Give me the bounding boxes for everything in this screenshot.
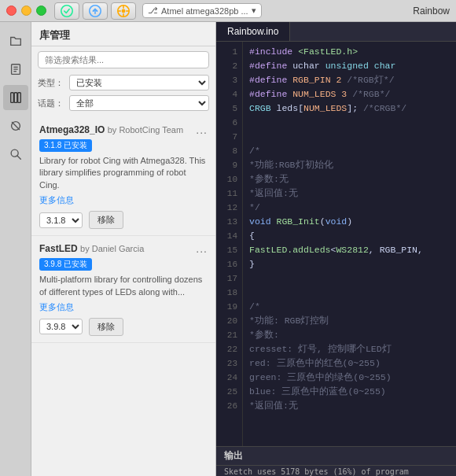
code-line	[249, 286, 450, 300]
code-line: *功能: RGB灯控制	[249, 314, 450, 328]
window-title: Rainbow	[413, 6, 450, 17]
more-info-link[interactable]: 更多信息	[39, 301, 208, 313]
more-options-button[interactable]: ...	[196, 124, 208, 136]
code-line: #define NUM_LEDS 3 /*RGB*/	[249, 87, 450, 101]
port-label: Atmel atmega328pb ...	[161, 6, 248, 16]
minimize-button[interactable]	[21, 6, 31, 16]
main-layout: 库管理 类型： 已安装 话题： 全部 Atmega328_IO by Robot…	[0, 22, 456, 476]
line-number: 6	[216, 116, 242, 130]
lib-description: Library for robot Cing with Atmega328. T…	[39, 155, 208, 191]
more-info-link[interactable]: 更多信息	[39, 194, 208, 206]
library-item: FastLED by Daniel Garcia ... 3.9.8 已安装 M…	[31, 236, 215, 343]
library-nav-icon[interactable]	[3, 85, 28, 110]
code-line: #define RGB_PIN 2 /*RGB灯*/	[249, 73, 450, 87]
line-number: 17	[216, 271, 242, 286]
edit-nav-icon[interactable]	[3, 57, 28, 82]
svg-rect-14	[14, 93, 17, 103]
output-text: Sketch uses 5178 bytes (16%) of program	[216, 466, 456, 476]
line-number: 15	[216, 243, 242, 257]
toolbar-buttons	[54, 2, 136, 20]
library-panel: 库管理 类型： 已安装 话题： 全部 Atmega328_IO by Robot…	[31, 22, 216, 476]
code-line: CRGB leds[NUM_LEDS]; /*CRGB*/	[249, 101, 450, 116]
maximize-button[interactable]	[36, 6, 46, 16]
code-line: #define uchar unsigned char	[249, 59, 450, 73]
titlebar: ⎇ Atmel atmega328pb ... ▾ Rainbow	[0, 0, 456, 22]
search-nav-icon[interactable]	[3, 142, 28, 167]
code-line: {	[249, 229, 450, 243]
lib-author: by RobotCing Team	[108, 125, 183, 135]
line-number: 10	[216, 172, 242, 186]
code-line: green: 三原色中的绿色(0~255)	[249, 371, 450, 385]
line-number: 7	[216, 130, 242, 144]
svg-rect-15	[17, 93, 20, 103]
line-number: 13	[216, 215, 242, 229]
svg-rect-13	[10, 93, 13, 103]
library-list: Atmega328_IO by RobotCing Team ... 3.1.8…	[31, 114, 215, 476]
code-line	[249, 130, 450, 144]
code-line: void RGB_Init(void)	[249, 215, 450, 229]
close-button[interactable]	[6, 6, 17, 16]
line-number: 25	[216, 385, 242, 399]
remove-button[interactable]: 移除	[89, 211, 123, 229]
port-selector[interactable]: ⎇ Atmel atmega328pb ... ▾	[142, 3, 262, 18]
version-selector[interactable]: 3.9.8	[39, 319, 83, 334]
topic-filter-select[interactable]: 全部	[69, 95, 209, 111]
block-nav-icon[interactable]	[3, 113, 28, 138]
search-input[interactable]	[38, 51, 209, 68]
code-line	[249, 271, 450, 286]
line-number: 1	[216, 45, 242, 59]
more-options-button[interactable]: ...	[196, 242, 208, 255]
lib-actions: 3.9.8 移除	[39, 318, 208, 336]
upload-button[interactable]	[83, 2, 108, 20]
debugger-button[interactable]	[111, 2, 136, 20]
type-filter-label: 类型：	[38, 77, 66, 89]
code-area[interactable]: 1234567891011121314151617181920212223242…	[216, 42, 456, 446]
line-number: 26	[216, 399, 242, 413]
code-line: blue: 三原色中的蓝色(0~255)	[249, 385, 450, 399]
tab-rainbow[interactable]: Rainbow.ino	[216, 22, 290, 41]
line-number: 8	[216, 144, 242, 158]
code-line	[249, 116, 450, 130]
lib-name: Atmega328_IO	[39, 124, 105, 135]
output-panel: 输出 Sketch uses 5178 bytes (16%) of progr…	[216, 446, 456, 476]
usb-icon: ⎇	[148, 6, 158, 16]
svg-line-19	[17, 156, 20, 159]
version-selector[interactable]: 3.1.8	[39, 212, 83, 228]
type-filter-select[interactable]: 已安装	[69, 75, 209, 90]
code-line: }	[249, 257, 450, 271]
lib-author: by Daniel Garcia	[80, 244, 144, 253]
code-line: cresset: 灯号, 控制哪个LED灯	[249, 342, 450, 356]
line-number: 5	[216, 101, 242, 116]
icon-rail	[0, 22, 31, 476]
topic-filter-label: 话题：	[38, 98, 66, 109]
code-line: */	[249, 201, 450, 215]
line-number: 21	[216, 328, 242, 342]
line-number: 2	[216, 59, 242, 73]
type-filter-row: 类型： 已安装	[31, 73, 215, 94]
code-line: #include <FastLED.h>	[249, 45, 450, 59]
version-badge: 3.1.8 已安装	[39, 139, 92, 152]
folder-nav-icon[interactable]	[3, 28, 28, 54]
line-number: 11	[216, 186, 242, 201]
lib-actions: 3.1.8 移除	[39, 211, 208, 229]
code-line: *功能:RGB灯初始化	[249, 158, 450, 172]
code-line: FastLED.addLeds<WS2812, RGB_PIN,	[249, 243, 450, 257]
verify-button[interactable]	[54, 2, 79, 20]
editor-panel: Rainbow.ino 1234567891011121314151617181…	[216, 22, 456, 476]
code-lines: #include <FastLED.h>#define uchar unsign…	[243, 42, 456, 446]
line-number: 19	[216, 300, 242, 314]
panel-header: 库管理	[31, 22, 215, 46]
dropdown-arrow: ▾	[252, 6, 256, 16]
line-number: 23	[216, 356, 242, 371]
code-line: *参数:	[249, 328, 450, 342]
svg-point-0	[61, 5, 72, 16]
code-line: *返回值:无	[249, 399, 450, 413]
svg-point-4	[122, 9, 126, 13]
library-item: Atmega328_IO by RobotCing Team ... 3.1.8…	[31, 117, 215, 236]
code-line: *返回值:无	[249, 186, 450, 201]
line-number: 14	[216, 229, 242, 243]
remove-button[interactable]: 移除	[89, 318, 123, 336]
lib-name: FastLED	[39, 243, 78, 254]
code-line: red: 三原色中的红色(0~255)	[249, 356, 450, 371]
tab-bar: Rainbow.ino	[216, 22, 456, 42]
